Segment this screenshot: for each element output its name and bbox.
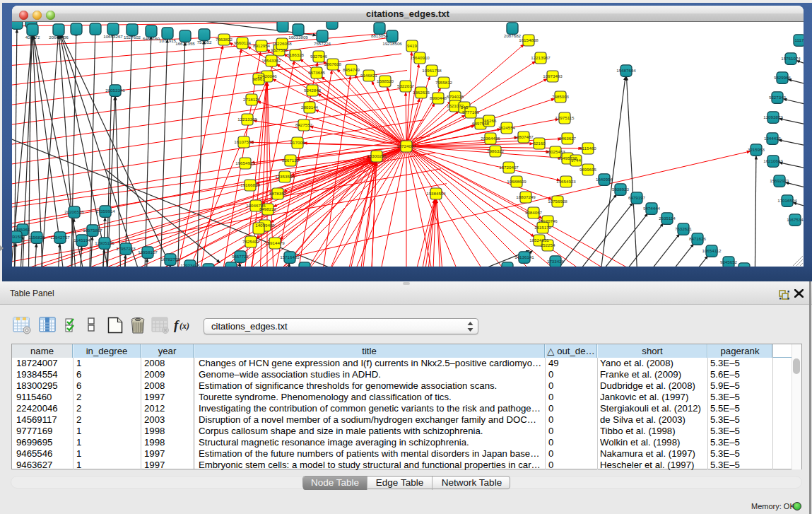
svg-text:746266: 746266 xyxy=(482,118,497,123)
svg-text:2867608: 2867608 xyxy=(324,62,342,66)
svg-text:10025453: 10025453 xyxy=(546,149,565,154)
svg-text:5938923: 5938923 xyxy=(612,187,630,192)
svg-text:14099489: 14099489 xyxy=(255,223,275,228)
svg-text:12353594: 12353594 xyxy=(275,174,295,179)
svg-text:1244415: 1244415 xyxy=(764,136,782,141)
svg-text:15226058: 15226058 xyxy=(272,41,292,46)
svg-text:8427552: 8427552 xyxy=(295,122,313,127)
svg-text:3624554: 3624554 xyxy=(498,125,516,130)
svg-text:19166829: 19166829 xyxy=(240,182,260,187)
svg-text:17016504: 17016504 xyxy=(777,198,797,203)
svg-text:9245652: 9245652 xyxy=(720,259,738,264)
svg-text:9660124: 9660124 xyxy=(234,40,252,45)
svg-text:19218506: 19218506 xyxy=(382,41,402,46)
svg-text:9777169: 9777169 xyxy=(462,110,480,115)
svg-text:1733426: 1733426 xyxy=(547,259,565,264)
svg-text:9744: 9744 xyxy=(571,158,581,163)
svg-text:10756928: 10756928 xyxy=(548,199,567,204)
svg-text:5322037: 5322037 xyxy=(397,83,415,88)
svg-text:1117: 1117 xyxy=(795,37,804,42)
svg-text:6794028: 6794028 xyxy=(447,94,464,99)
svg-text:10654112: 10654112 xyxy=(702,248,722,253)
svg-text:18524851: 18524851 xyxy=(529,238,549,243)
svg-text:15640910: 15640910 xyxy=(410,55,430,60)
svg-text:1527602: 1527602 xyxy=(124,35,141,40)
svg-text:18807249: 18807249 xyxy=(516,194,536,199)
svg-text:9474444: 9474444 xyxy=(643,206,661,211)
svg-text:405572: 405572 xyxy=(25,35,40,40)
svg-text:7485003: 7485003 xyxy=(552,94,570,99)
svg-text:7955812: 7955812 xyxy=(435,80,453,85)
svg-text:917006: 917006 xyxy=(290,140,305,145)
svg-text:9327503: 9327503 xyxy=(271,47,288,52)
svg-text:545: 545 xyxy=(461,105,469,110)
svg-text:20206526: 20206526 xyxy=(64,209,84,214)
svg-text:10975867: 10975867 xyxy=(83,228,102,233)
svg-text:39159: 39159 xyxy=(12,234,23,239)
svg-text:2087682: 2087682 xyxy=(504,33,522,38)
svg-text:8267130: 8267130 xyxy=(282,158,300,163)
svg-text:7632621: 7632621 xyxy=(675,226,693,231)
svg-text:8471626: 8471626 xyxy=(689,236,707,241)
svg-text:12975115: 12975115 xyxy=(555,115,575,120)
svg-text:8912954: 8912954 xyxy=(253,43,271,48)
svg-text:2718126: 2718126 xyxy=(243,97,261,102)
svg-text:15487644: 15487644 xyxy=(616,68,636,73)
svg-text:9329966: 9329966 xyxy=(774,75,792,80)
svg-text:(x): (x) xyxy=(180,321,189,331)
svg-text:10973493: 10973493 xyxy=(543,74,563,78)
svg-text:2803144: 2803144 xyxy=(301,105,319,110)
svg-text:16543362: 16543362 xyxy=(261,58,281,63)
svg-text:12213369: 12213369 xyxy=(237,117,257,122)
svg-text:8454749: 8454749 xyxy=(343,67,360,72)
svg-text:12942757: 12942757 xyxy=(50,235,70,240)
svg-text:9327546: 9327546 xyxy=(310,54,328,59)
svg-text:14136141: 14136141 xyxy=(514,255,534,259)
svg-text:10688609: 10688609 xyxy=(507,179,526,184)
svg-text:9242848: 9242848 xyxy=(304,88,322,93)
svg-text:16671355: 16671355 xyxy=(175,41,195,46)
svg-text:12093873: 12093873 xyxy=(763,115,783,119)
svg-text:20053346: 20053346 xyxy=(105,88,125,93)
svg-text:9146821: 9146821 xyxy=(360,73,378,78)
svg-text:1362615: 1362615 xyxy=(413,90,430,95)
svg-text:6466160: 6466160 xyxy=(143,36,160,41)
svg-text:1145194: 1145194 xyxy=(73,238,90,243)
svg-text:98961: 98961 xyxy=(252,76,265,81)
svg-text:8990448: 8990448 xyxy=(430,95,447,100)
svg-text:19654925: 19654925 xyxy=(235,160,255,165)
svg-text:10653267: 10653267 xyxy=(103,34,123,39)
svg-text:8186328: 8186328 xyxy=(287,52,305,57)
svg-text:7557224: 7557224 xyxy=(314,41,331,46)
svg-text:19384554: 19384554 xyxy=(426,191,446,196)
svg-text:1156829: 1156829 xyxy=(28,235,45,240)
svg-text:8498222: 8498222 xyxy=(259,206,277,211)
svg-text:8813054: 8813054 xyxy=(371,33,389,38)
svg-text:7986322: 7986322 xyxy=(487,148,505,153)
svg-text:9115460: 9115460 xyxy=(579,146,596,151)
svg-text:16210643: 16210643 xyxy=(763,158,783,163)
svg-text:15751074: 15751074 xyxy=(781,56,801,61)
svg-text:17957223: 17957223 xyxy=(116,246,136,251)
svg-text:1071915: 1071915 xyxy=(159,38,177,43)
svg-text:3215953: 3215953 xyxy=(748,147,765,152)
svg-text:9419: 9419 xyxy=(407,43,417,48)
svg-text:9463627: 9463627 xyxy=(559,136,577,141)
svg-text:18300295: 18300295 xyxy=(367,153,387,158)
svg-text:16914479: 16914479 xyxy=(265,240,285,245)
svg-text:7625402: 7625402 xyxy=(242,239,260,244)
svg-text:7663822: 7663822 xyxy=(216,37,233,42)
svg-text:8878352: 8878352 xyxy=(269,191,287,196)
svg-text:62160: 62160 xyxy=(533,141,546,146)
svg-text:16120746: 16120746 xyxy=(538,218,558,223)
svg-text:3673685: 3673685 xyxy=(308,70,326,75)
svg-text:252254: 252254 xyxy=(541,243,555,247)
svg-text:15692971: 15692971 xyxy=(770,178,789,183)
svg-text:20364436: 20364436 xyxy=(481,136,500,141)
svg-text:1588520: 1588520 xyxy=(377,78,394,83)
svg-text:16107553: 16107553 xyxy=(234,139,254,144)
svg-text:10958107: 10958107 xyxy=(138,250,158,255)
svg-text:9657721: 9657721 xyxy=(232,254,249,259)
svg-text:1640954: 1640954 xyxy=(596,177,613,182)
svg-text:19654923: 19654923 xyxy=(556,179,576,184)
